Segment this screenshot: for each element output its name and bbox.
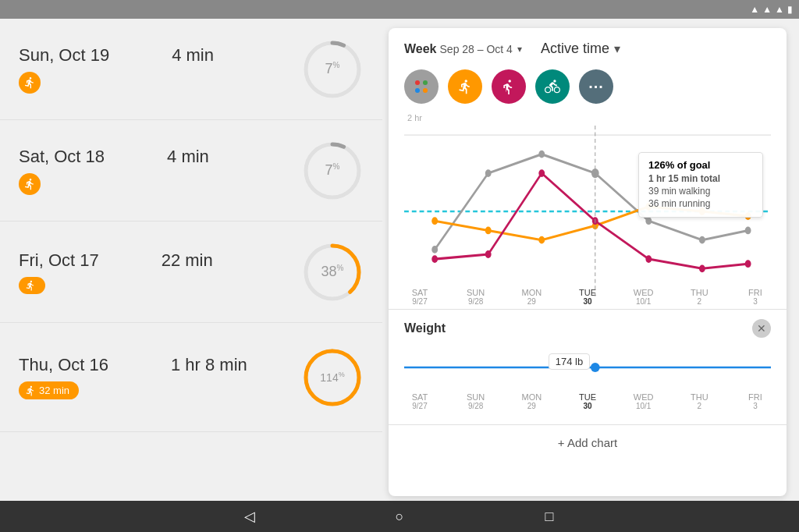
- day-duration: 22 min: [162, 250, 213, 271]
- list-item[interactable]: Sun, Oct 19 4 min 7%: [0, 19, 382, 120]
- home-button[interactable]: ○: [387, 504, 412, 529]
- wifi-icon: ▲: [762, 4, 772, 15]
- day-duration: 4 min: [167, 147, 209, 167]
- circle-progress: 7%: [301, 38, 364, 101]
- weight-chart: 174 lb: [404, 344, 771, 391]
- activity-type-walking[interactable]: [448, 69, 482, 104]
- chart-title: Active time: [541, 41, 609, 57]
- svg-point-9: [423, 80, 428, 85]
- svg-point-19: [699, 236, 705, 244]
- svg-point-23: [538, 236, 545, 244]
- chart-tooltip: 126% of goal 1 hr 15 min total 39 min wa…: [638, 152, 763, 218]
- left-panel: Sun, Oct 19 4 min 7%: [0, 19, 382, 501]
- svg-point-10: [415, 88, 420, 93]
- circle-progress: 38%: [301, 241, 364, 303]
- add-chart-label: + Add chart: [558, 436, 617, 449]
- svg-point-8: [415, 80, 420, 85]
- chart-card: Week Sep 28 – Oct 4 ▾ Active time ▾: [389, 28, 787, 496]
- activity-icon: [19, 173, 41, 195]
- svg-point-28: [431, 255, 438, 263]
- svg-point-14: [431, 246, 438, 254]
- svg-point-33: [699, 264, 705, 272]
- week-label: Week: [404, 42, 437, 56]
- day-date: Thu, Oct 16: [19, 355, 108, 375]
- svg-point-37: [591, 363, 600, 372]
- svg-point-34: [745, 260, 751, 268]
- weight-section: Weight ✕ 174 lb: [389, 309, 787, 421]
- weight-x-labels: SAT 9/27 SUN 9/28 MON 29 TUE 30: [404, 391, 771, 412]
- chart-title-dropdown-arrow: ▾: [614, 41, 620, 56]
- day-duration: 1 hr 8 min: [171, 355, 247, 375]
- svg-point-32: [645, 255, 652, 263]
- progress-label: 114%: [320, 371, 344, 384]
- svg-point-29: [485, 250, 492, 258]
- activity-type-all[interactable]: [404, 69, 439, 104]
- day-date: Fri, Oct 17: [19, 250, 99, 271]
- circle-progress: 114%: [301, 346, 364, 409]
- svg-point-16: [538, 151, 545, 158]
- bluetooth-icon: ▲: [750, 4, 759, 15]
- weight-title: Weight: [404, 321, 446, 335]
- circle-progress: 7%: [301, 140, 364, 202]
- week-dropdown-arrow: ▾: [517, 44, 522, 55]
- recents-button[interactable]: □: [537, 504, 562, 529]
- tooltip-running: 36 min running: [648, 198, 753, 209]
- svg-point-11: [423, 88, 428, 93]
- signal-icon: ▲: [775, 4, 784, 15]
- list-item[interactable]: Thu, Oct 16 1 hr 8 min 32 min 114%: [0, 323, 382, 432]
- svg-point-18: [645, 217, 652, 225]
- activity-icon: [19, 72, 41, 94]
- day-duration: 4 min: [172, 45, 214, 66]
- battery-icon: ▮: [787, 4, 793, 15]
- svg-point-30: [538, 169, 545, 177]
- main-content: Sun, Oct 19 4 min 7%: [0, 19, 799, 501]
- tooltip-walking: 39 min walking: [648, 186, 753, 197]
- week-selector[interactable]: Week Sep 28 – Oct 4 ▾: [404, 42, 522, 56]
- progress-label: 7%: [325, 61, 340, 77]
- status-bar: ▲ ▲ ▲ ▮: [0, 0, 799, 19]
- day-date: Sun, Oct 19: [19, 45, 109, 66]
- y-axis-label: 2 hr: [404, 113, 771, 122]
- tooltip-goal: 126% of goal: [648, 159, 753, 171]
- activity-type-cycling[interactable]: [535, 69, 570, 104]
- back-button[interactable]: ◁: [237, 504, 262, 529]
- activity-type-more[interactable]: ···: [579, 69, 613, 104]
- progress-label: 38%: [321, 264, 344, 280]
- nav-bar: ◁ ○ □: [0, 501, 799, 532]
- chart-header: Week Sep 28 – Oct 4 ▾ Active time ▾: [389, 28, 787, 66]
- right-panel: Week Sep 28 – Oct 4 ▾ Active time ▾: [382, 19, 799, 501]
- active-time-chart: 2 hr: [389, 113, 787, 285]
- svg-point-15: [485, 169, 492, 177]
- activity-pill: [19, 277, 45, 294]
- close-weight-button[interactable]: ✕: [752, 319, 771, 338]
- tooltip-total: 1 hr 15 min total: [648, 173, 720, 184]
- list-item[interactable]: Fri, Oct 17 22 min 38%: [0, 222, 382, 323]
- add-chart-button[interactable]: + Add chart: [389, 424, 787, 460]
- svg-point-22: [485, 227, 492, 235]
- activity-type-running[interactable]: [492, 69, 526, 104]
- activity-pill: 32 min: [19, 381, 79, 399]
- extra-text: 32 min: [39, 385, 69, 396]
- weight-value: 174 lb: [549, 353, 590, 370]
- day-date: Sat, Oct 18: [19, 147, 105, 167]
- svg-point-21: [431, 217, 438, 225]
- list-item[interactable]: Sat, Oct 18 4 min 7%: [0, 120, 382, 222]
- activity-icons-row: ···: [389, 66, 787, 113]
- progress-label: 7%: [325, 162, 340, 179]
- week-range: Sep 28 – Oct 4: [440, 43, 513, 55]
- svg-point-20: [745, 227, 751, 235]
